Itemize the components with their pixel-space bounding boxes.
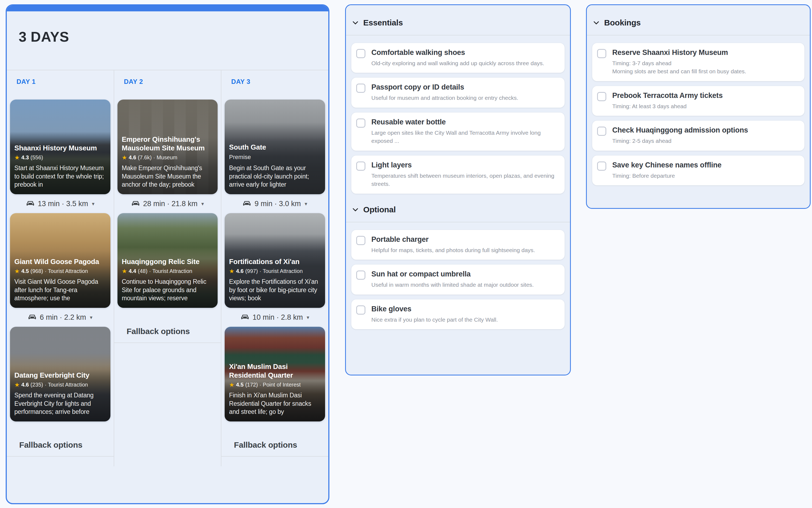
- place-rating-row: ★ 4.6 (7.6k) · Museum: [122, 155, 213, 161]
- rating-value: 4.6: [22, 382, 29, 388]
- checkbox[interactable]: [356, 270, 365, 280]
- checklist-item-title: Comfortable walking shoes: [371, 48, 557, 57]
- day-3-label: DAY 3: [231, 78, 325, 85]
- day-1-label: DAY 1: [16, 78, 111, 85]
- caret-down-icon: ▾: [201, 201, 204, 207]
- rating-value: 4.6: [236, 268, 244, 274]
- place-card-emperor-qinshihuang-mausoleum[interactable]: Emperor Qinshihuang's Mausoleum Site Mus…: [118, 99, 218, 194]
- checkbox[interactable]: [597, 92, 606, 101]
- travel-leg-text: 28 min · 21.8 km: [143, 200, 198, 208]
- optional-section-header[interactable]: Optional: [351, 199, 565, 214]
- booking-item-check-huaqinggong-admission[interactable]: Check Huaqinggong admission options Timi…: [592, 121, 804, 151]
- place-card-text: Fortifications of Xi'an ★ 4.6 (997) · To…: [225, 257, 325, 308]
- checklist-item-title: Reusable water bottle: [371, 117, 557, 127]
- booking-timing: Timing: 3-7 days ahead: [612, 59, 797, 67]
- checkbox[interactable]: [597, 162, 606, 171]
- checklist-item-body: Light layers Temperatures shift between …: [371, 160, 557, 188]
- booking-item-body: Reserve Shaanxi History Museum Timing: 3…: [612, 48, 797, 76]
- booking-item-title: Reserve Shaanxi History Museum: [612, 48, 797, 57]
- booking-item-reserve-shaanxi-history-museum[interactable]: Reserve Shaanxi History Museum Timing: 3…: [592, 43, 804, 81]
- day-2-label: DAY 2: [124, 78, 218, 85]
- chevron-down-icon: [351, 206, 359, 214]
- travel-leg-text: 10 min · 2.8 km: [252, 313, 303, 322]
- checklist-item-portable-charger[interactable]: Portable charger Helpful for maps, ticke…: [351, 230, 565, 260]
- booking-item-body: Prebook Terracotta Army tickets Timing: …: [612, 91, 797, 110]
- booking-note: Morning slots are best and can fill firs…: [612, 67, 797, 76]
- booking-item-body: Check Huaqinggong admission options Timi…: [612, 126, 797, 145]
- section-title: Essentials: [363, 18, 403, 27]
- fallback-options-heading: Fallback options: [234, 440, 325, 450]
- bookings-section-header[interactable]: Bookings: [592, 5, 804, 27]
- booking-item-details: Timing: Before departure: [612, 172, 797, 180]
- booking-item-prebook-terracotta-army-tickets[interactable]: Prebook Terracotta Army tickets Timing: …: [592, 86, 804, 116]
- place-card-fortifications-of-xian[interactable]: Fortifications of Xi'an ★ 4.6 (997) · To…: [225, 213, 325, 308]
- booking-timing: Timing: Before departure: [612, 172, 797, 180]
- booking-item-title: Save key Chinese names offline: [612, 160, 797, 170]
- checkbox[interactable]: [356, 84, 365, 93]
- booking-item-details: Timing: 3-7 days ahead Morning slots are…: [612, 59, 797, 76]
- place-name: Giant Wild Goose Pagoda: [14, 257, 106, 266]
- place-category: · Tourist Attraction: [149, 268, 193, 274]
- review-count: (7.6k): [138, 155, 152, 161]
- checkbox[interactable]: [356, 305, 365, 314]
- place-description: Start at Shaanxi History Museum to build…: [14, 164, 106, 189]
- place-card-south-gate[interactable]: South Gate Premise Begin at South Gate a…: [225, 99, 325, 194]
- place-card-giant-wild-goose-pagoda[interactable]: Giant Wild Goose Pagoda ★ 4.5 (968) · To…: [10, 213, 111, 308]
- booking-timing: Timing: At least 3 days ahead: [612, 102, 797, 110]
- rating-value: 4.4: [129, 268, 136, 274]
- place-card-shaanxi-history-museum[interactable]: Shaanxi History Museum ★ 4.3 (556) Start…: [10, 99, 111, 194]
- day-columns: DAY 1 Shaanxi History Museum ★ 4.3 (556)…: [7, 70, 328, 466]
- travel-leg-dropdown[interactable]: 10 min · 2.8 km ▾: [225, 311, 325, 323]
- place-category: · Tourist Attraction: [45, 268, 88, 274]
- place-name: Shaanxi History Museum: [14, 144, 106, 153]
- booking-item-body: Save key Chinese names offline Timing: B…: [612, 160, 797, 180]
- checklist-item-body: Portable charger Helpful for maps, ticke…: [371, 235, 557, 254]
- checklist-item-sun-hat-umbrella[interactable]: Sun hat or compact umbrella Useful in wa…: [351, 264, 565, 294]
- checklist-item-reusable-water-bottle[interactable]: Reusable water bottle Large open sites l…: [351, 113, 565, 151]
- day-column-3: DAY 3 South Gate Premise Begin at South …: [221, 70, 328, 466]
- place-card-text: South Gate Premise Begin at South Gate a…: [225, 143, 325, 194]
- rating-value: 4.6: [129, 155, 136, 161]
- essentials-section-header[interactable]: Essentials: [351, 5, 565, 27]
- place-description: Finish in Xi'an Muslim Dasi Residential …: [229, 391, 321, 416]
- star-icon: ★: [122, 155, 127, 161]
- itinerary-accent-bar: [7, 5, 328, 11]
- booking-item-details: Timing: At least 3 days ahead: [612, 102, 797, 110]
- booking-item-save-chinese-names-offline[interactable]: Save key Chinese names offline Timing: B…: [592, 156, 804, 185]
- checklist-item-light-layers[interactable]: Light layers Temperatures shift between …: [351, 156, 565, 194]
- place-card-xian-muslim-dasi-quarter[interactable]: Xi'an Muslim Dasi Residential Quarter ★ …: [225, 327, 325, 421]
- checkbox[interactable]: [356, 236, 365, 245]
- place-name: South Gate: [229, 143, 321, 152]
- place-card-text: Emperor Qinshihuang's Mausoleum Site Mus…: [118, 135, 218, 194]
- bookings-panel: Bookings Reserve Shaanxi History Museum …: [586, 4, 811, 209]
- travel-leg-dropdown[interactable]: 13 min · 3.5 km ▾: [10, 198, 111, 210]
- place-description: Spend the evening at Datang Everbright C…: [14, 391, 106, 416]
- place-card-datang-everbright-city[interactable]: Datang Everbright City ★ 4.6 (235) · Tou…: [10, 327, 111, 421]
- caret-down-icon: ▾: [304, 201, 307, 207]
- checklist-item-description: Helpful for maps, tickets, and photos du…: [371, 246, 557, 254]
- checklist-item-comfortable-walking-shoes[interactable]: Comfortable walking shoes Old-city explo…: [351, 43, 565, 73]
- place-card-huaqinggong-relic-site[interactable]: Huaqinggong Relic Site ★ 4.4 (48) · Tour…: [118, 213, 218, 308]
- star-icon: ★: [14, 155, 20, 161]
- place-rating-row: ★ 4.6 (235) · Tourist Attraction: [14, 382, 106, 388]
- checklist-item-description: Temperatures shift between museum interi…: [371, 172, 557, 188]
- rating-value: 4.3: [22, 155, 29, 161]
- checkbox[interactable]: [356, 119, 365, 128]
- day-column-1: DAY 1 Shaanxi History Museum ★ 4.3 (556)…: [7, 70, 114, 466]
- checkbox[interactable]: [597, 127, 606, 136]
- place-rating-row: ★ 4.5 (968) · Tourist Attraction: [14, 268, 106, 274]
- review-count: (997): [245, 268, 258, 274]
- checkbox[interactable]: [597, 49, 606, 58]
- travel-leg-dropdown[interactable]: 9 min · 3.0 km ▾: [225, 198, 325, 210]
- divider: [7, 456, 114, 457]
- checkbox[interactable]: [356, 162, 365, 171]
- booking-timing: Timing: 2-5 days ahead: [612, 137, 797, 145]
- checklist-item-passport-copy[interactable]: Passport copy or ID details Useful for m…: [351, 78, 565, 108]
- checklist-item-bike-gloves[interactable]: Bike gloves Nice extra if you plan to cy…: [351, 299, 565, 329]
- travel-leg-dropdown[interactable]: 28 min · 21.8 km ▾: [118, 198, 218, 210]
- bookings-items: Reserve Shaanxi History Museum Timing: 3…: [592, 35, 804, 185]
- place-category: · Point of Interest: [259, 382, 301, 388]
- travel-leg-dropdown[interactable]: 6 min · 2.2 km ▾: [10, 311, 111, 323]
- checkbox[interactable]: [356, 49, 365, 58]
- place-description: Begin at South Gate as your practical ol…: [229, 164, 321, 189]
